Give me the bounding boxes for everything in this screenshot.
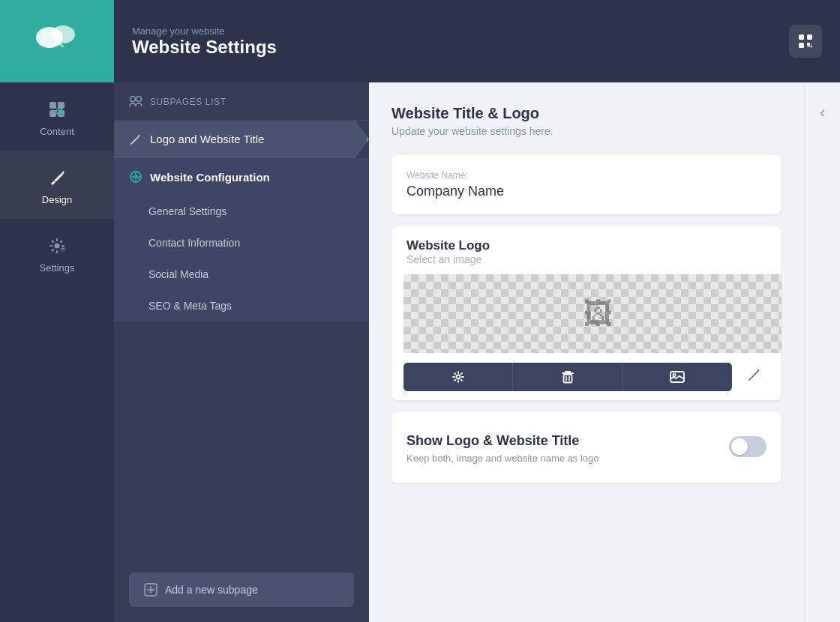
logo-image-button[interactable] <box>622 363 732 391</box>
top-bar-text: Manage your website Website Settings <box>132 25 277 58</box>
panel-body: Subpages List Logo and Website Title <box>114 82 840 622</box>
subpage-item-logo[interactable]: Logo and Website Title <box>114 121 369 158</box>
subpages-header: Subpages List <box>114 82 369 121</box>
svg-rect-10 <box>799 34 804 40</box>
nav-item-content-label: Content <box>40 126 74 137</box>
toggle-description: Keep both, image and website name as log… <box>406 452 599 465</box>
image-placeholder-icon: 🖼 <box>584 297 614 330</box>
nav-item-content[interactable]: Content <box>0 82 114 151</box>
top-bar: Manage your website Website Settings <box>114 0 840 82</box>
config-item-social[interactable]: Social Media <box>114 259 369 290</box>
logo-edit-button[interactable] <box>738 360 770 393</box>
subpage-item-logo-label: Logo and Website Title <box>150 133 264 145</box>
add-subpage-button[interactable]: Add a new subpage <box>129 573 354 607</box>
toggle-label: Show Logo & Website Title <box>406 433 599 449</box>
svg-point-8 <box>55 244 60 249</box>
collapse-panel: ‹ <box>804 82 840 622</box>
svg-point-29 <box>674 373 676 376</box>
show-logo-toggle[interactable] <box>729 436 766 457</box>
svg-point-24 <box>456 375 460 378</box>
config-item-general[interactable]: General Settings <box>114 196 369 227</box>
toggle-text: Show Logo & Website Title Keep both, ima… <box>406 433 599 465</box>
svg-point-17 <box>136 97 142 102</box>
config-header-label: Website Configuration <box>150 171 270 184</box>
svg-rect-15 <box>812 43 812 48</box>
website-name-card: Website Name: Company Name <box>392 155 782 214</box>
nav-item-design[interactable]: Design <box>0 151 114 219</box>
svg-point-16 <box>130 97 136 102</box>
config-item-contact[interactable]: Contact Information <box>114 227 369 259</box>
panel-wrap: Manage your website Website Settings <box>114 0 840 622</box>
logo-card-title: Website Logo <box>406 238 766 253</box>
svg-rect-14 <box>807 46 812 47</box>
section-subtitle: Update your website settings here. <box>392 125 782 137</box>
grid-icon-button[interactable] <box>789 25 822 58</box>
svg-rect-25 <box>563 374 572 382</box>
top-bar-title: Website Settings <box>132 37 277 58</box>
icon-nav: Content Design Settings <box>0 0 114 622</box>
main-content: Website Title & Logo Update your website… <box>369 82 804 622</box>
app-logo <box>0 0 114 82</box>
svg-point-1 <box>51 25 75 43</box>
svg-rect-12 <box>799 43 804 48</box>
toggle-row: Show Logo & Website Title Keep both, ima… <box>406 427 766 468</box>
config-item-seo[interactable]: SEO & Meta Tags <box>114 290 369 321</box>
logo-toolbar-buttons <box>404 363 732 391</box>
show-logo-card: Show Logo & Website Title Keep both, ima… <box>392 412 782 483</box>
logo-delete-button[interactable] <box>512 363 622 391</box>
nav-item-settings-label: Settings <box>40 262 75 274</box>
logo-card-header: Website Logo Select an image <box>392 226 782 274</box>
website-logo-card: Website Logo Select an image 🖼 <box>392 226 782 400</box>
subpages-panel: Subpages List Logo and Website Title <box>114 82 369 622</box>
svg-rect-11 <box>807 34 812 40</box>
svg-rect-3 <box>58 102 64 109</box>
nav-item-settings[interactable]: Settings <box>0 219 114 287</box>
logo-checkerboard: 🖼 <box>404 274 782 353</box>
logo-settings-button[interactable] <box>404 363 512 391</box>
nav-item-design-label: Design <box>42 194 72 205</box>
logo-toolbar <box>392 353 782 400</box>
top-bar-label: Manage your website <box>132 25 277 37</box>
collapse-button[interactable]: ‹ <box>814 97 831 127</box>
svg-rect-13 <box>807 43 810 46</box>
logo-card-subtitle: Select an image <box>406 253 766 265</box>
add-subpage-label: Add a new subpage <box>165 584 258 596</box>
svg-rect-2 <box>50 102 56 109</box>
config-header: Website Configuration <box>114 158 369 196</box>
subpages-header-label: Subpages List <box>150 97 226 107</box>
website-name-value: Company Name <box>406 184 766 199</box>
config-section: Website Configuration General Settings C… <box>114 158 369 321</box>
section-title: Website Title & Logo <box>392 105 782 122</box>
svg-rect-4 <box>50 110 56 117</box>
website-name-label: Website Name: <box>406 170 766 181</box>
